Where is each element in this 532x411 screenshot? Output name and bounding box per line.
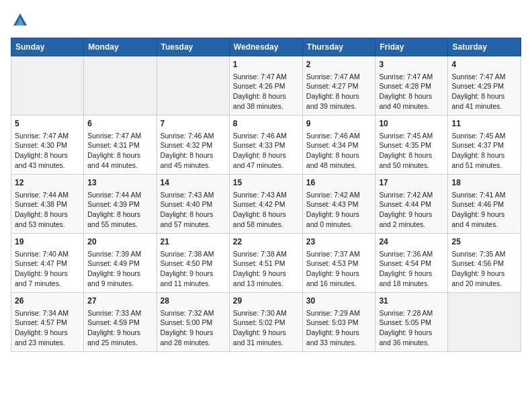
- day-number: 20: [87, 236, 152, 248]
- day-number: 17: [379, 177, 444, 189]
- day-number: 26: [15, 295, 80, 307]
- day-info: Sunrise: 7:42 AMSunset: 4:44 PMDaylight:…: [379, 190, 444, 230]
- day-info: Sunrise: 7:45 AMSunset: 4:35 PMDaylight:…: [379, 131, 444, 171]
- week-row-1: 1Sunrise: 7:47 AMSunset: 4:26 PMDaylight…: [11, 56, 521, 116]
- week-row-2: 5Sunrise: 7:47 AMSunset: 4:30 PMDaylight…: [11, 116, 521, 175]
- day-header-saturday: Saturday: [448, 38, 521, 56]
- calendar-cell: 13Sunrise: 7:44 AMSunset: 4:39 PMDayligh…: [84, 175, 157, 234]
- day-header-monday: Monday: [84, 38, 157, 56]
- day-number: 13: [87, 177, 152, 189]
- calendar-cell: 31Sunrise: 7:28 AMSunset: 5:05 PMDayligh…: [375, 293, 448, 352]
- day-number: 25: [451, 236, 517, 248]
- day-info: Sunrise: 7:38 AMSunset: 4:50 PMDaylight:…: [161, 249, 226, 289]
- day-header-wednesday: Wednesday: [229, 38, 302, 56]
- day-info: Sunrise: 7:47 AMSunset: 4:26 PMDaylight:…: [233, 72, 299, 111]
- day-header-friday: Friday: [375, 38, 448, 56]
- day-info: Sunrise: 7:33 AMSunset: 4:59 PMDaylight:…: [87, 308, 152, 348]
- calendar-cell: 8Sunrise: 7:46 AMSunset: 4:33 PMDaylight…: [229, 116, 302, 175]
- calendar-cell: 19Sunrise: 7:40 AMSunset: 4:47 PMDayligh…: [11, 234, 84, 293]
- day-header-tuesday: Tuesday: [157, 38, 229, 56]
- day-number: 14: [161, 177, 226, 189]
- calendar-cell: [84, 56, 157, 116]
- calendar-cell: 7Sunrise: 7:46 AMSunset: 4:32 PMDaylight…: [157, 116, 229, 175]
- calendar-cell: 30Sunrise: 7:29 AMSunset: 5:03 PMDayligh…: [302, 293, 375, 352]
- calendar-cell: 18Sunrise: 7:41 AMSunset: 4:46 PMDayligh…: [448, 175, 521, 234]
- calendar-cell: 25Sunrise: 7:35 AMSunset: 4:56 PMDayligh…: [448, 234, 521, 293]
- day-header-sunday: Sunday: [11, 38, 84, 56]
- day-number: 15: [233, 177, 299, 189]
- day-info: Sunrise: 7:42 AMSunset: 4:43 PMDaylight:…: [306, 190, 372, 230]
- calendar-cell: 1Sunrise: 7:47 AMSunset: 4:26 PMDaylight…: [229, 56, 302, 116]
- day-number: 30: [306, 295, 372, 307]
- day-number: 27: [87, 295, 152, 307]
- calendar-cell: 4Sunrise: 7:47 AMSunset: 4:29 PMDaylight…: [448, 56, 521, 116]
- day-info: Sunrise: 7:44 AMSunset: 4:38 PMDaylight:…: [15, 190, 80, 230]
- calendar-cell: 11Sunrise: 7:45 AMSunset: 4:37 PMDayligh…: [448, 116, 521, 175]
- logo: [11, 11, 32, 30]
- day-info: Sunrise: 7:47 AMSunset: 4:29 PMDaylight:…: [451, 72, 517, 111]
- calendar-cell: 2Sunrise: 7:47 AMSunset: 4:27 PMDaylight…: [302, 56, 375, 116]
- day-number: 29: [233, 295, 299, 307]
- day-number: 7: [161, 118, 226, 130]
- calendar-cell: 20Sunrise: 7:39 AMSunset: 4:49 PMDayligh…: [84, 234, 157, 293]
- calendar-cell: 17Sunrise: 7:42 AMSunset: 4:44 PMDayligh…: [375, 175, 448, 234]
- calendar-cell: 26Sunrise: 7:34 AMSunset: 4:57 PMDayligh…: [11, 293, 84, 352]
- day-number: 2: [306, 59, 372, 71]
- day-info: Sunrise: 7:43 AMSunset: 4:40 PMDaylight:…: [161, 190, 226, 230]
- logo-icon: [11, 11, 30, 30]
- day-number: 3: [379, 59, 444, 71]
- day-number: 24: [379, 236, 444, 248]
- day-number: 21: [161, 236, 226, 248]
- calendar-table: SundayMondayTuesdayWednesdayThursdayFrid…: [11, 38, 521, 352]
- day-number: 10: [379, 118, 444, 130]
- day-number: 6: [87, 118, 152, 130]
- week-row-4: 19Sunrise: 7:40 AMSunset: 4:47 PMDayligh…: [11, 234, 521, 293]
- calendar-cell: [157, 56, 229, 116]
- day-number: 9: [306, 118, 372, 130]
- day-info: Sunrise: 7:38 AMSunset: 4:51 PMDaylight:…: [233, 249, 299, 289]
- calendar-cell: 12Sunrise: 7:44 AMSunset: 4:38 PMDayligh…: [11, 175, 84, 234]
- day-number: 4: [451, 59, 517, 71]
- calendar-header-row: SundayMondayTuesdayWednesdayThursdayFrid…: [11, 38, 521, 56]
- day-number: 19: [15, 236, 80, 248]
- page-header: [11, 11, 521, 30]
- day-info: Sunrise: 7:39 AMSunset: 4:49 PMDaylight:…: [87, 249, 152, 289]
- day-info: Sunrise: 7:47 AMSunset: 4:31 PMDaylight:…: [87, 131, 152, 171]
- calendar-cell: 3Sunrise: 7:47 AMSunset: 4:28 PMDaylight…: [375, 56, 448, 116]
- day-info: Sunrise: 7:44 AMSunset: 4:39 PMDaylight:…: [87, 190, 152, 230]
- calendar-cell: 28Sunrise: 7:32 AMSunset: 5:00 PMDayligh…: [157, 293, 229, 352]
- calendar-cell: 24Sunrise: 7:36 AMSunset: 4:54 PMDayligh…: [375, 234, 448, 293]
- day-number: 23: [306, 236, 372, 248]
- calendar-cell: 15Sunrise: 7:43 AMSunset: 4:42 PMDayligh…: [229, 175, 302, 234]
- day-number: 18: [451, 177, 517, 189]
- calendar-cell: 29Sunrise: 7:30 AMSunset: 5:02 PMDayligh…: [229, 293, 302, 352]
- day-info: Sunrise: 7:30 AMSunset: 5:02 PMDaylight:…: [233, 308, 299, 348]
- calendar-cell: 23Sunrise: 7:37 AMSunset: 4:53 PMDayligh…: [302, 234, 375, 293]
- day-info: Sunrise: 7:34 AMSunset: 4:57 PMDaylight:…: [15, 308, 80, 348]
- day-info: Sunrise: 7:35 AMSunset: 4:56 PMDaylight:…: [451, 249, 517, 289]
- day-number: 5: [15, 118, 80, 130]
- week-row-5: 26Sunrise: 7:34 AMSunset: 4:57 PMDayligh…: [11, 293, 521, 352]
- day-header-thursday: Thursday: [302, 38, 375, 56]
- calendar-cell: 5Sunrise: 7:47 AMSunset: 4:30 PMDaylight…: [11, 116, 84, 175]
- day-info: Sunrise: 7:28 AMSunset: 5:05 PMDaylight:…: [379, 308, 444, 348]
- day-number: 1: [233, 59, 299, 71]
- calendar-cell: [448, 293, 521, 352]
- calendar-cell: 16Sunrise: 7:42 AMSunset: 4:43 PMDayligh…: [302, 175, 375, 234]
- day-info: Sunrise: 7:41 AMSunset: 4:46 PMDaylight:…: [451, 190, 517, 230]
- day-info: Sunrise: 7:37 AMSunset: 4:53 PMDaylight:…: [306, 249, 372, 289]
- day-info: Sunrise: 7:47 AMSunset: 4:28 PMDaylight:…: [379, 72, 444, 111]
- day-info: Sunrise: 7:40 AMSunset: 4:47 PMDaylight:…: [15, 249, 80, 289]
- calendar-cell: [11, 56, 84, 116]
- day-info: Sunrise: 7:46 AMSunset: 4:32 PMDaylight:…: [161, 131, 226, 171]
- calendar-cell: 27Sunrise: 7:33 AMSunset: 4:59 PMDayligh…: [84, 293, 157, 352]
- calendar-cell: 21Sunrise: 7:38 AMSunset: 4:50 PMDayligh…: [157, 234, 229, 293]
- day-number: 11: [451, 118, 517, 130]
- day-number: 31: [379, 295, 444, 307]
- day-number: 16: [306, 177, 372, 189]
- day-info: Sunrise: 7:47 AMSunset: 4:27 PMDaylight:…: [306, 72, 372, 111]
- day-info: Sunrise: 7:36 AMSunset: 4:54 PMDaylight:…: [379, 249, 444, 289]
- week-row-3: 12Sunrise: 7:44 AMSunset: 4:38 PMDayligh…: [11, 175, 521, 234]
- calendar-cell: 6Sunrise: 7:47 AMSunset: 4:31 PMDaylight…: [84, 116, 157, 175]
- day-info: Sunrise: 7:43 AMSunset: 4:42 PMDaylight:…: [233, 190, 299, 230]
